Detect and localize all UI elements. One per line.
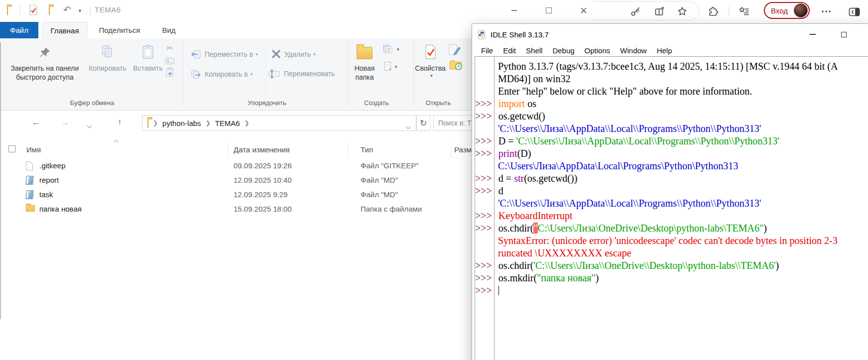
maximize-button[interactable] bbox=[537, 3, 560, 18]
qat-separator bbox=[20, 6, 20, 15]
shell-prompt: >>> bbox=[475, 272, 495, 284]
group-label-create: Создать bbox=[357, 99, 396, 107]
tab-home[interactable]: Главная bbox=[42, 22, 88, 38]
copy-to-icon bbox=[190, 69, 201, 79]
delete-button[interactable]: Удалить▾ bbox=[271, 49, 316, 59]
shell-line: runcated \UXXXXXXXX escape bbox=[475, 247, 868, 259]
signin-button[interactable]: Вход bbox=[764, 2, 810, 19]
menu-help[interactable]: Help bbox=[652, 46, 677, 55]
column-divider[interactable] bbox=[451, 142, 451, 158]
collections-icon[interactable] bbox=[738, 5, 750, 17]
file-icon bbox=[26, 161, 33, 170]
file-name[interactable]: папка новая bbox=[39, 205, 82, 213]
copy-to-button[interactable]: Копировать в▾ bbox=[190, 69, 252, 79]
tab-view[interactable]: Вид bbox=[152, 22, 186, 38]
shell-text-segment: d bbox=[498, 185, 503, 196]
shell-line: >>>KeyboardInterrupt bbox=[475, 210, 868, 222]
more-icon[interactable] bbox=[820, 5, 832, 17]
extensions-icon[interactable] bbox=[707, 5, 719, 17]
key-icon[interactable] bbox=[629, 5, 641, 17]
column-header-type[interactable]: Тип bbox=[361, 145, 373, 154]
qat-dropdown-icon[interactable]: ▼ bbox=[78, 8, 82, 13]
edit-button[interactable] bbox=[448, 43, 461, 56]
tab-share[interactable]: Поделиться bbox=[90, 22, 149, 38]
menu-edit[interactable]: Edit bbox=[498, 46, 521, 55]
shell-text-segment: (os.getcwd()) bbox=[524, 173, 577, 184]
history-button[interactable] bbox=[449, 59, 463, 71]
select-all-checkbox[interactable] bbox=[8, 145, 15, 152]
shell-prompt: >>> bbox=[475, 98, 495, 110]
idle-title-bar[interactable]: IDLE Shell 3.13.7 bbox=[472, 24, 868, 45]
edit-icon bbox=[448, 43, 461, 56]
idle-menu-bar: FileEditShellDebugOptionsWindowHelp bbox=[472, 45, 868, 56]
idle-minimize-button[interactable] bbox=[802, 27, 824, 42]
menu-shell[interactable]: Shell bbox=[521, 46, 547, 55]
crumb-tema6[interactable]: ТЕМА6 bbox=[215, 119, 240, 127]
refresh-button[interactable]: ↻ bbox=[416, 115, 430, 131]
shell-prompt bbox=[475, 197, 494, 210]
new-item-button[interactable]: ▾ bbox=[383, 61, 397, 72]
close-button[interactable]: ✕ bbox=[572, 3, 595, 18]
menu-options[interactable]: Options bbox=[580, 46, 616, 55]
tab-file[interactable]: Файл bbox=[0, 22, 38, 38]
move-to-button[interactable]: Переместить в▾ bbox=[190, 49, 258, 59]
python-icon bbox=[477, 30, 487, 39]
copilot-sidebar-icon[interactable] bbox=[848, 6, 860, 18]
undo-icon[interactable]: ↶ bbox=[63, 4, 71, 15]
easy-access-button[interactable]: ▾ bbox=[382, 44, 399, 54]
paste-button[interactable]: Вставить bbox=[130, 41, 165, 73]
new-folder-button[interactable]: Новаяпапка bbox=[352, 41, 377, 82]
up-icon[interactable]: ↑ bbox=[118, 118, 122, 127]
crumb-python-labs[interactable]: python-labs bbox=[162, 119, 201, 127]
file-row[interactable]: .gitkeep09.09.2025 19:26Файл "GITKEEP" bbox=[0, 158, 471, 173]
breadcrumb[interactable]: ❯ python-labs ❯ ТЕМА6 ❯ bbox=[142, 115, 416, 131]
file-date: 12.09.2025 9:29 bbox=[234, 190, 287, 199]
rename-button[interactable]: Переименовать bbox=[268, 69, 335, 78]
profile-avatar[interactable] bbox=[794, 3, 808, 17]
address-dropdown-icon[interactable] bbox=[406, 121, 410, 130]
forward-icon[interactable]: → bbox=[61, 118, 69, 127]
easy-access-icon bbox=[382, 44, 394, 54]
file-row[interactable]: report12.09.2025 10:40Файл "MD" bbox=[0, 173, 471, 187]
back-icon[interactable]: ← bbox=[32, 118, 40, 127]
recent-locations-icon[interactable] bbox=[88, 120, 91, 129]
copy-path-button[interactable]: \\… bbox=[165, 57, 175, 65]
menu-window[interactable]: Window bbox=[615, 46, 651, 55]
cut-button[interactable]: ✂ bbox=[166, 43, 173, 53]
file-row[interactable]: папка новая15.09.2025 18:00Папка с файла… bbox=[0, 202, 471, 216]
column-header-name[interactable]: Имя bbox=[26, 145, 41, 154]
pin-to-quick-access-button[interactable]: Закрепить на панелибыстрого доступа bbox=[5, 41, 85, 82]
column-divider[interactable] bbox=[348, 142, 349, 158]
column-divider[interactable] bbox=[228, 142, 228, 158]
copy-button[interactable]: Копировать bbox=[86, 41, 129, 73]
shell-text-area[interactable]: Python 3.13.7 (tags/v3.13.7:bcee1c3, Aug… bbox=[475, 56, 868, 360]
menu-debug[interactable]: Debug bbox=[547, 46, 579, 55]
properties-quick-icon[interactable] bbox=[29, 4, 38, 17]
shell-prompt: >>> bbox=[475, 284, 495, 297]
shell-line: >>>os.getcwd() bbox=[475, 110, 868, 122]
shell-text-segment: import bbox=[498, 98, 525, 109]
favorites-icon[interactable] bbox=[676, 5, 688, 17]
minimize-button[interactable] bbox=[502, 3, 525, 18]
shell-prompt bbox=[475, 247, 494, 259]
new-folder-quick-icon[interactable] bbox=[49, 6, 50, 15]
file-name[interactable]: report bbox=[39, 176, 59, 184]
file-name[interactable]: task bbox=[39, 190, 53, 199]
column-header-date[interactable]: Дата изменения bbox=[234, 145, 290, 154]
menu-file[interactable]: File bbox=[476, 46, 498, 55]
group-divider bbox=[413, 41, 414, 107]
text-cursor bbox=[498, 286, 499, 295]
idle-maximize-button[interactable] bbox=[833, 27, 855, 42]
shell-prompt bbox=[475, 73, 494, 85]
qat-separator bbox=[90, 6, 91, 15]
split-screen-icon[interactable] bbox=[654, 5, 666, 17]
shell-text-segment: Enter "help" below or click "Help" above… bbox=[498, 86, 752, 97]
paste-shortcut-button[interactable] bbox=[166, 67, 174, 77]
screen: Вход ↶ ▼ ТЕМА6 ✕ Файл Главная Поделиться bbox=[0, 0, 868, 360]
properties-button[interactable]: Свойства ▾ bbox=[417, 41, 443, 78]
file-row[interactable]: task12.09.2025 9:29Файл "MD" bbox=[0, 187, 471, 202]
shell-text-segment: ) bbox=[775, 260, 779, 271]
shell-prompt bbox=[475, 235, 494, 247]
paste-shortcut-icon bbox=[166, 67, 174, 77]
file-name[interactable]: .gitkeep bbox=[39, 161, 66, 170]
